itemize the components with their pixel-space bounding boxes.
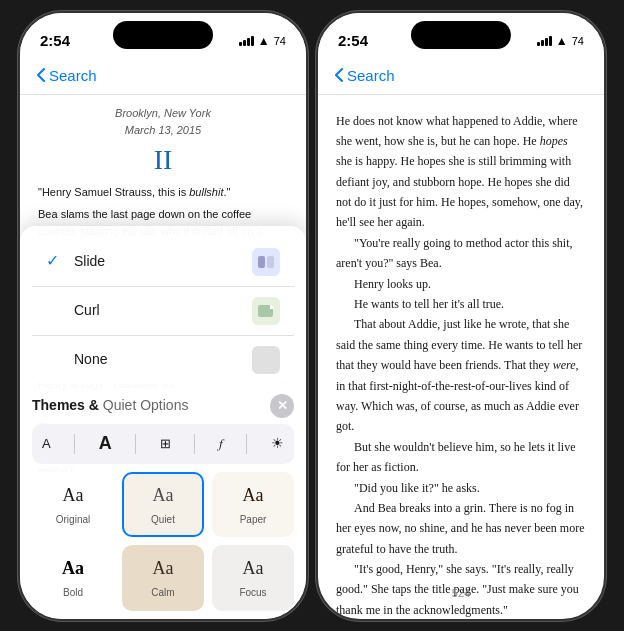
wifi-icon-right: ▲ xyxy=(556,34,568,48)
theme-quiet-preview: Aa xyxy=(153,482,174,510)
divider-4 xyxy=(246,434,247,454)
back-button-left[interactable]: Search xyxy=(36,67,97,84)
theme-calm-preview: Aa xyxy=(153,555,174,583)
svg-rect-1 xyxy=(267,256,274,268)
chapter-number: II xyxy=(38,143,288,177)
animation-item-none[interactable]: ✓ None xyxy=(32,336,294,384)
book-header: Brooklyn, New York March 13, 2015 II xyxy=(38,105,288,177)
read-p8: And Bea breaks into a grin. There is no … xyxy=(336,498,586,559)
time-left: 2:54 xyxy=(40,32,70,49)
read-p1: He does not know what happened to Addie,… xyxy=(336,111,586,233)
back-label-right: Search xyxy=(347,67,395,84)
theme-bold-label: Bold xyxy=(63,585,83,601)
theme-calm-label: Calm xyxy=(151,585,174,601)
slide-icon xyxy=(252,248,280,276)
page-number: 524 xyxy=(452,584,470,603)
divider-2 xyxy=(135,434,136,454)
font-large-btn[interactable]: A xyxy=(99,430,112,458)
theme-original[interactable]: Aa Original xyxy=(32,472,114,537)
theme-original-preview: Aa xyxy=(63,482,84,510)
left-phone: 2:54 ▲ 74 Search Brook xyxy=(18,11,308,621)
back-button-right[interactable]: Search xyxy=(334,67,395,84)
font-controls: A A ⊞ 𝑓 ☀ xyxy=(32,424,294,464)
book-location: Brooklyn, New York xyxy=(38,105,288,122)
read-p7: "Did you like it?" he asks. xyxy=(336,478,586,498)
wifi-icon: ▲ xyxy=(258,34,270,48)
theme-paper[interactable]: Aa Paper xyxy=(212,472,294,537)
theme-calm[interactable]: Aa Calm xyxy=(122,545,204,610)
battery-left: 74 xyxy=(274,35,286,47)
theme-grid: Aa Original Aa Quiet Aa Paper Aa xyxy=(32,472,294,611)
signal-icon xyxy=(239,36,254,46)
book-para-1: "Henry Samuel Strauss, this is bullshit.… xyxy=(38,184,288,202)
themes-row: Themes & Quiet Options ✕ xyxy=(32,394,294,418)
animation-item-curl[interactable]: ✓ Curl xyxy=(32,287,294,336)
overlay-panel: ✓ Slide ✓ Curl xyxy=(20,226,306,619)
read-p6: But she wouldn't believe him, so he lets… xyxy=(336,437,586,478)
theme-bold[interactable]: Aa Bold xyxy=(32,545,114,610)
theme-paper-preview: Aa xyxy=(243,482,264,510)
theme-focus[interactable]: Aa Focus xyxy=(212,545,294,610)
none-icon xyxy=(252,346,280,374)
animation-label-slide: Slide xyxy=(74,251,105,273)
checkmark-slide: ✓ xyxy=(46,249,66,274)
theme-focus-preview: Aa xyxy=(243,555,264,583)
font-style-icon[interactable]: 𝑓 xyxy=(219,434,223,454)
animation-label-curl: Curl xyxy=(74,300,100,322)
status-icons-left: ▲ 74 xyxy=(239,34,286,48)
themes-section: Themes & Quiet Options ✕ A A ⊞ 𝑓 ☀ xyxy=(20,388,306,619)
theme-bold-preview: Aa xyxy=(62,555,84,583)
time-right: 2:54 xyxy=(338,32,368,49)
reading-content: He does not know what happened to Addie,… xyxy=(318,95,604,619)
book-content: Brooklyn, New York March 13, 2015 II "He… xyxy=(20,95,306,619)
nav-bar-right: Search xyxy=(318,57,604,95)
signal-icon-right xyxy=(537,36,552,46)
back-label-left: Search xyxy=(49,67,97,84)
theme-quiet-label: Quiet xyxy=(151,512,175,528)
dynamic-island-right xyxy=(411,21,511,49)
dynamic-island-left xyxy=(113,21,213,49)
divider-1 xyxy=(74,434,75,454)
animation-item-slide[interactable]: ✓ Slide xyxy=(32,238,294,287)
right-phone: 2:54 ▲ 74 Search He does not kn xyxy=(316,11,606,621)
theme-focus-label: Focus xyxy=(239,585,266,601)
divider-3 xyxy=(194,434,195,454)
read-p2: "You're really going to method actor thi… xyxy=(336,233,586,274)
svg-rect-0 xyxy=(258,256,265,268)
brightness-icon[interactable]: ☀ xyxy=(271,433,284,455)
themes-label: Themes & Quiet Options xyxy=(32,395,188,417)
battery-right: 74 xyxy=(572,35,584,47)
book-date: March 13, 2015 xyxy=(38,122,288,139)
animation-menu: ✓ Slide ✓ Curl xyxy=(32,238,294,384)
status-icons-right: ▲ 74 xyxy=(537,34,584,48)
font-format-icon[interactable]: ⊞ xyxy=(160,434,171,454)
close-button[interactable]: ✕ xyxy=(270,394,294,418)
curl-icon xyxy=(252,297,280,325)
theme-original-label: Original xyxy=(56,512,90,528)
nav-bar-left: Search xyxy=(20,57,306,95)
animation-label-none: None xyxy=(74,349,107,371)
read-p3: Henry looks up. xyxy=(336,274,586,294)
theme-quiet[interactable]: Aa Quiet xyxy=(122,472,204,537)
read-p4: He wants to tell her it's all true. xyxy=(336,294,586,314)
theme-paper-label: Paper xyxy=(240,512,267,528)
read-p5: That about Addie, just like he wrote, th… xyxy=(336,314,586,436)
font-small-btn[interactable]: A xyxy=(42,434,51,454)
